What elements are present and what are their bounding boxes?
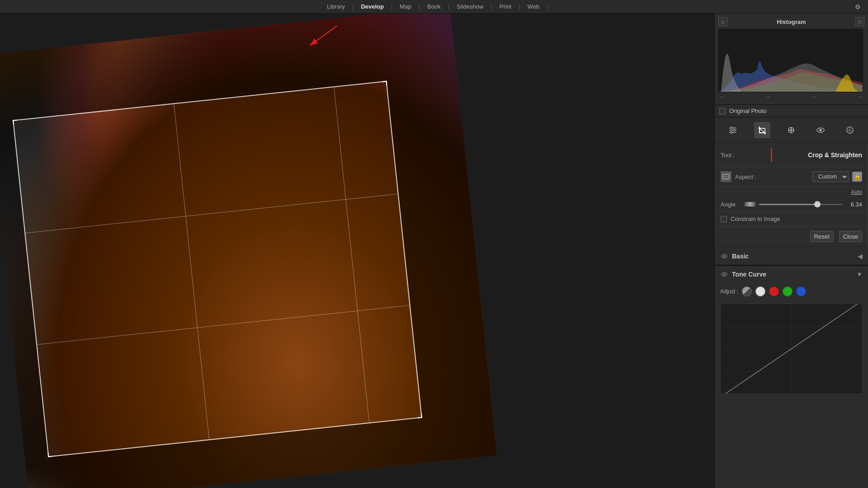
auto-row: Auto [715, 187, 868, 197]
aspect-icon [721, 171, 731, 182]
svg-point-12 [821, 129, 821, 130]
tone-curve-header-left: Tone Curve [720, 270, 766, 278]
aspect-label: Aspect : [735, 174, 809, 180]
svg-line-8 [760, 128, 765, 133]
tone-curve-visibility-icon[interactable] [720, 270, 728, 278]
histogram-section: □ Histogram □ [715, 14, 868, 105]
crop-panel-header: Tool : Crop & Straighten [715, 144, 868, 167]
histogram-right-icon[interactable]: □ [855, 17, 864, 26]
red-indicator-line [771, 148, 772, 162]
main-content: □ Histogram □ [0, 14, 868, 488]
photo-wrapper [0, 18, 479, 488]
crop-grid-line-v2 [334, 87, 369, 422]
histogram-canvas [718, 29, 863, 92]
original-photo-row: Original Photo [715, 105, 868, 117]
crop-grid-line-v1 [174, 104, 209, 439]
svg-point-11 [819, 129, 822, 131]
constrain-checkbox[interactable] [721, 216, 727, 222]
lock-icon[interactable]: 🔒 [852, 172, 862, 182]
tool-label: Tool : [721, 152, 735, 159]
nav-item-map[interactable]: Map [392, 0, 418, 13]
histogram-title: Histogram [777, 19, 806, 25]
tone-curve-section: Tone Curve ▼ Adjust : [715, 265, 868, 398]
settings-icon[interactable]: ⚙ [855, 3, 861, 10]
adjust-label: Adjust : [720, 288, 738, 295]
photo-container [0, 14, 497, 488]
tool-adjustments-icon[interactable] [725, 122, 741, 138]
nav-item-print[interactable]: Print [492, 0, 519, 13]
crop-handle-br[interactable] [417, 413, 422, 418]
angle-track [759, 204, 842, 205]
crop-tool-name: Crop & Straighten [808, 151, 862, 159]
right-panel: □ Histogram □ [714, 14, 868, 488]
svg-point-7 [731, 131, 733, 134]
photo-area[interactable] [0, 14, 714, 488]
tone-curve-red-dot[interactable] [769, 286, 779, 296]
nav-item-book[interactable]: Book [420, 0, 448, 13]
aspect-select[interactable]: Custom 1:1 4:3 16:9 3:2 [812, 171, 849, 182]
tone-curve-header[interactable]: Tone Curve ▼ [715, 266, 868, 283]
svg-point-20 [723, 273, 725, 275]
original-photo-checkbox[interactable] [719, 108, 726, 114]
svg-point-15 [849, 130, 850, 131]
nav-item-library[interactable]: Library [320, 0, 352, 13]
angle-row: Angle 6.34 [715, 197, 868, 212]
histogram-separator: – – – – [718, 92, 864, 101]
close-button[interactable]: Close [839, 231, 862, 242]
tools-row [715, 117, 868, 143]
basic-section-header[interactable]: Basic ◀ [715, 248, 868, 265]
nav-item-develop[interactable]: Develop [354, 0, 391, 13]
svg-point-5 [731, 127, 733, 129]
constrain-label: Constrain to Image [731, 216, 780, 222]
constrain-row: Constrain to Image [715, 212, 868, 226]
tool-radial-icon[interactable] [842, 122, 858, 138]
tone-curve-blue-dot[interactable] [796, 286, 806, 296]
histogram-left-icon[interactable]: □ [718, 17, 727, 26]
original-photo-label: Original Photo [729, 108, 766, 114]
angle-label: Angle [721, 201, 741, 208]
tone-curve-graph[interactable] [720, 304, 863, 394]
crop-panel: Tool : Crop & Straighten Aspect : Custom… [715, 143, 868, 248]
top-nav: Library | Develop | Map | Book | Slidesh… [0, 0, 868, 14]
crop-handle-bl[interactable] [47, 452, 52, 457]
crop-grid-line-h1 [25, 193, 398, 233]
tone-curve-mixed-icon[interactable] [742, 286, 752, 296]
svg-point-6 [733, 129, 736, 131]
tone-curve-title: Tone Curve [732, 271, 766, 278]
angle-slider[interactable] [759, 201, 842, 208]
tool-crop-icon[interactable] [754, 122, 770, 138]
tone-curve-collapse-icon[interactable]: ▼ [856, 271, 863, 278]
reset-button[interactable]: Reset [810, 231, 834, 242]
nav-item-slideshow[interactable]: Slideshow [449, 0, 491, 13]
svg-point-19 [723, 255, 725, 257]
crop-overlay[interactable] [13, 81, 422, 457]
basic-title: Basic [732, 253, 749, 260]
basic-visibility-icon[interactable] [720, 252, 728, 260]
histogram-header: □ Histogram □ [718, 17, 864, 26]
tone-curve-white-dot[interactable] [755, 286, 765, 296]
nav-item-web[interactable]: Web [520, 0, 547, 13]
adjust-row: Adjust : [715, 283, 868, 300]
tool-healing-icon[interactable] [783, 122, 799, 138]
reset-close-row: Reset Close [715, 226, 868, 247]
crop-grid-line-h2 [37, 305, 410, 345]
tool-redeye-icon[interactable] [812, 122, 829, 138]
histogram-svg [719, 29, 863, 92]
angle-value: 6.34 [846, 201, 862, 208]
angle-handle[interactable] [814, 201, 821, 207]
crop-handle-tr[interactable] [382, 81, 387, 86]
crop-grid [14, 82, 421, 456]
auto-button[interactable]: Auto [851, 189, 862, 195]
basic-collapse-icon[interactable]: ◀ [858, 253, 863, 260]
tone-curve-green-dot[interactable] [783, 286, 793, 296]
angle-fill [759, 204, 817, 205]
crop-handle-tl[interactable] [13, 120, 18, 125]
basic-header-left: Basic [720, 252, 749, 260]
tone-curve-svg [721, 304, 862, 394]
angle-thumb-icon [745, 202, 755, 206]
crop-aspect-row: Aspect : Custom 1:1 4:3 16:9 3:2 🔒 [715, 167, 868, 187]
